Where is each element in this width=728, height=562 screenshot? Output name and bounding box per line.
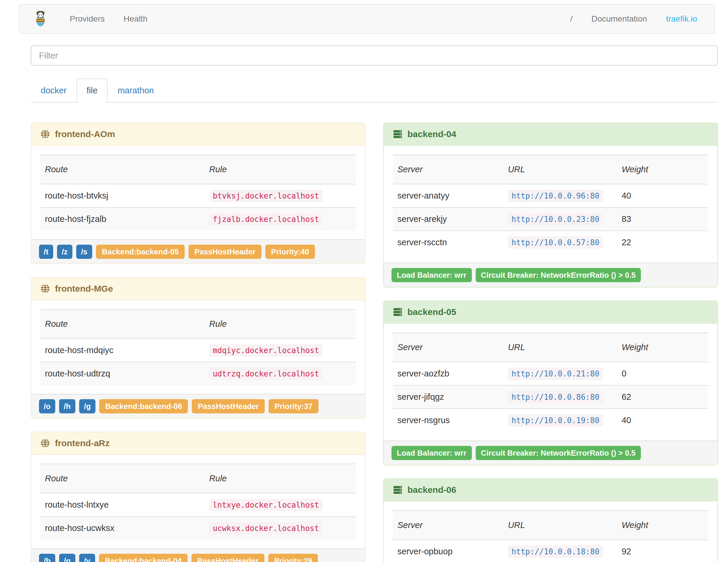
weight-column-header: Weight [617, 511, 709, 540]
server-icon [393, 307, 403, 317]
route-name: route-host-mdqiyc [40, 339, 204, 362]
server-weight: 62 [617, 385, 709, 409]
navbar-link-root[interactable]: / [561, 5, 582, 33]
server-url-link[interactable]: http://10.0.0.21:80 [508, 369, 603, 378]
route-column-header: Route [40, 155, 204, 184]
server-url-code: http://10.0.0.57:80 [508, 236, 603, 249]
frontend-prop-badge: PassHostHeader [192, 399, 265, 413]
routes-table: Route Rule route-host-btvksj btvksj.dock… [40, 155, 356, 230]
rule-code: btvksj.docker.localhost [209, 190, 323, 202]
rule-column-header: Rule [204, 155, 356, 184]
server-name: server-anatyy [393, 184, 503, 207]
frontend-panel-title: frontend-AOm [55, 129, 115, 139]
route-row: route-host-lntxye lntxye.docker.localhos… [40, 493, 356, 516]
backend-panel: backend-06 Server URL Weight server-opbu… [383, 478, 718, 562]
server-row: server-nsgrus http://10.0.0.19:80 40 [393, 409, 709, 432]
tab-marathon[interactable]: marathon [108, 79, 164, 103]
frontend-panel-body: Route Rule route-host-btvksj btvksj.dock… [31, 146, 365, 239]
servers-table-header-row: Server URL Weight [393, 155, 709, 184]
frontend-panel: frontend-MGe Route Rule route-host-mdqiy… [31, 277, 365, 419]
entrypoint-badge: /t [39, 245, 53, 259]
entrypoint-badge: /b [39, 554, 55, 562]
weight-column-header: Weight [617, 333, 709, 362]
route-name: route-host-udtrzq [40, 362, 204, 385]
frontend-panel-heading: frontend-AOm [31, 123, 365, 146]
navbar-left-links: ProvidersHealth [60, 5, 157, 33]
backend-prop-badge: Circuit Breaker: NetworkErrorRatio () > … [476, 446, 641, 460]
route-name: route-host-fjzalb [40, 207, 204, 230]
server-url-code: http://10.0.0.86:80 [508, 391, 603, 403]
server-url-link[interactable]: http://10.0.0.23:80 [508, 214, 603, 224]
route-column-header: Route [40, 464, 204, 493]
tab-docker[interactable]: docker [31, 79, 77, 103]
server-url-link[interactable]: http://10.0.0.96:80 [508, 191, 603, 200]
backend-panel-footer: Load Balancer: wrrCircuit Breaker: Netwo… [384, 263, 717, 287]
frontend-panel-heading: frontend-aRz [31, 432, 365, 455]
routes-table-header-row: Route Rule [40, 155, 356, 184]
server-weight: 83 [617, 207, 709, 231]
navbar-link-traefik-io[interactable]: traefik.io [657, 5, 707, 33]
route-name: route-host-btvksj [40, 184, 204, 207]
globe-icon [40, 438, 50, 448]
frontend-panel-heading: frontend-MGe [31, 278, 365, 300]
frontend-prop-badge: Priority:37 [269, 399, 319, 413]
provider-tabs: dockerfilemarathon [31, 79, 718, 103]
entrypoint-badge: /o [39, 399, 55, 413]
server-row: server-arekjy http://10.0.0.23:80 83 [393, 207, 709, 231]
rule-column-header: Rule [204, 309, 356, 339]
server-row: server-jifqgz http://10.0.0.86:80 62 [393, 385, 709, 409]
backend-panel-body: Server URL Weight server-aozfzb http://1… [384, 324, 717, 441]
backend-panel-title: backend-06 [407, 485, 456, 495]
route-name: route-host-lntxye [40, 493, 204, 516]
route-row: route-host-btvksj btvksj.docker.localhos… [40, 184, 356, 207]
server-url-link[interactable]: http://10.0.0.57:80 [508, 238, 603, 247]
route-row: route-host-ucwksx ucwksx.docker.localhos… [40, 516, 356, 540]
navbar-link-documentation[interactable]: Documentation [582, 5, 657, 33]
frontend-panel-footer: /b/g/yBackend:backend-04PassHostHeaderPr… [31, 548, 365, 562]
backend-panel-heading: backend-05 [384, 301, 717, 324]
server-weight: 22 [617, 231, 709, 254]
server-weight: 40 [617, 184, 709, 207]
url-column-header: URL [503, 333, 617, 362]
frontend-prop-badge: Backend:backend-04 [99, 554, 188, 562]
backend-prop-badge: Circuit Breaker: NetworkErrorRatio () > … [476, 268, 641, 282]
weight-column-header: Weight [617, 155, 709, 184]
frontend-panel-footer: /o/h/gBackend:backend-06PassHostHeaderPr… [31, 394, 365, 418]
server-url-link[interactable]: http://10.0.0.19:80 [508, 415, 603, 425]
server-column-header: Server [393, 333, 503, 362]
routes-table: Route Rule route-host-lntxye lntxye.dock… [40, 464, 356, 540]
backend-panel-heading: backend-04 [384, 123, 717, 146]
tab-file[interactable]: file [77, 79, 108, 103]
route-row: route-host-fjzalb fjzalb.docker.localhos… [40, 207, 356, 230]
backend-panel-heading: backend-06 [384, 479, 717, 501]
navbar-link-providers[interactable]: Providers [60, 5, 114, 33]
server-url-link[interactable]: http://10.0.0.18:80 [508, 547, 603, 556]
server-icon [393, 129, 403, 139]
entrypoint-badge: /s [76, 245, 92, 259]
server-row: server-anatyy http://10.0.0.96:80 40 [393, 184, 709, 207]
server-row: server-rscctn http://10.0.0.57:80 22 [393, 231, 709, 254]
frontend-panel-footer: /t/z/sBackend:backend-05PassHostHeaderPr… [31, 239, 365, 264]
frontend-prop-badge: Backend:backend-05 [96, 245, 185, 259]
backend-panel-title: backend-04 [407, 129, 456, 139]
server-row: server-opbuop http://10.0.0.18:80 92 [393, 540, 709, 562]
server-url-code: http://10.0.0.18:80 [508, 545, 603, 558]
entrypoint-badge: /y [79, 554, 95, 562]
navbar: ProvidersHealth /Documentationtraefik.io [19, 4, 715, 34]
backend-panel-title: backend-05 [407, 307, 456, 317]
filter-input[interactable] [31, 46, 718, 66]
server-column-header: Server [393, 511, 503, 540]
rule-code: fjzalb.docker.localhost [209, 213, 323, 225]
server-url-code: http://10.0.0.21:80 [508, 368, 603, 380]
server-name: server-nsgrus [393, 409, 503, 432]
frontend-prop-badge: Backend:backend-06 [99, 399, 188, 413]
page-content: dockerfilemarathon frontend-AOm Route [0, 34, 728, 562]
route-row: route-host-mdqiyc mdqiyc.docker.localhos… [40, 339, 356, 362]
rule-code: lntxye.docker.localhost [209, 499, 323, 511]
routes-table-header-row: Route Rule [40, 464, 356, 493]
server-url-link[interactable]: http://10.0.0.86:80 [508, 392, 603, 402]
server-name: server-jifqgz [393, 385, 503, 409]
traefik-logo[interactable] [34, 11, 47, 27]
navbar-link-health[interactable]: Health [114, 5, 157, 33]
navbar-right-links: /Documentationtraefik.io [561, 5, 707, 33]
